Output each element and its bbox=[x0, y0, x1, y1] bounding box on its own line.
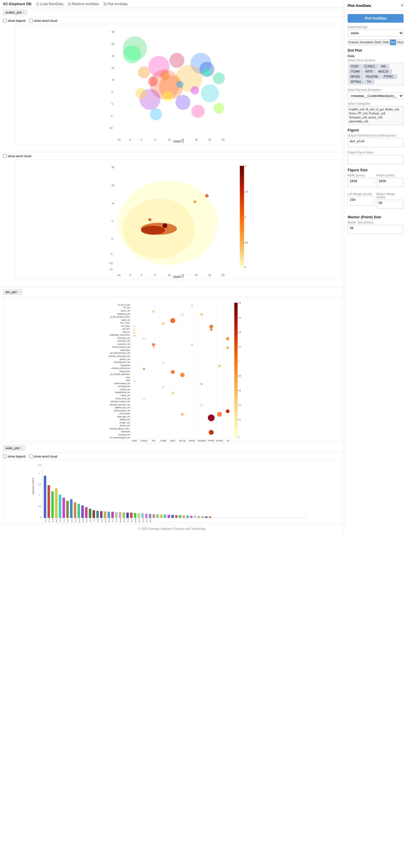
show-word-cloud-checkbox2[interactable] bbox=[3, 154, 7, 158]
plot-anndata-button[interactable]: Plot AnnData bbox=[348, 14, 404, 23]
show-legend-option[interactable]: show legend bbox=[3, 19, 26, 22]
svg-point-159 bbox=[180, 373, 184, 377]
svg-text:M_cell_of_gut: M_cell_of_gut bbox=[45, 518, 46, 523]
output-figure-name-input[interactable] bbox=[348, 155, 404, 164]
svg-text:hepatocyte: hepatocyte bbox=[86, 518, 88, 523]
sidebar-close-button[interactable]: × bbox=[401, 3, 404, 8]
remove-itgam[interactable]: × bbox=[360, 70, 362, 73]
dot-tab-close[interactable]: × bbox=[18, 290, 20, 294]
remove-cd3d[interactable]: × bbox=[359, 65, 360, 68]
svg-rect-196 bbox=[55, 488, 58, 518]
svg-point-66 bbox=[193, 200, 196, 203]
svg-text:1.4: 1.4 bbox=[238, 331, 241, 333]
width-label: Width (pixels) bbox=[348, 174, 375, 177]
show-legend-checkbox[interactable] bbox=[3, 19, 7, 22]
sidebar-title: Plot AnnData bbox=[348, 3, 371, 8]
svg-text:acinar_cell: acinar_cell bbox=[52, 518, 54, 523]
tab-dot[interactable]: Dot bbox=[390, 39, 396, 45]
svg-text:basal_cell: basal_cell bbox=[60, 518, 61, 523]
violin-plot-tab[interactable]: violin_plot × bbox=[3, 445, 25, 451]
violin-show-word-cloud-option[interactable]: show word cloud bbox=[29, 454, 57, 458]
svg-text:cd4_naive: cd4_naive bbox=[121, 325, 130, 327]
violin-tab-close[interactable]: × bbox=[21, 446, 22, 450]
gene-tag-ins: INS× bbox=[379, 64, 389, 68]
left-margin-label: Left Margin (pixels) bbox=[348, 192, 375, 196]
violin-show-word-cloud-checkbox[interactable] bbox=[29, 454, 33, 458]
svg-rect-235 bbox=[201, 516, 204, 518]
svg-rect-223 bbox=[156, 514, 159, 518]
violin-show-legend-option[interactable]: show legend bbox=[3, 454, 26, 458]
svg-text:1: 1 bbox=[245, 216, 246, 219]
remove-muc16[interactable]: × bbox=[389, 70, 390, 73]
figure-section-label: Figure bbox=[348, 128, 404, 132]
remove-nphs2[interactable]: × bbox=[361, 75, 362, 78]
tab-violin[interactable]: Violin bbox=[382, 39, 390, 45]
show-word-cloud-option[interactable]: show word cloud bbox=[29, 19, 57, 22]
svg-point-152 bbox=[162, 322, 164, 325]
svg-point-141 bbox=[133, 325, 136, 328]
svg-rect-200 bbox=[70, 499, 72, 518]
tab-both[interactable]: Both bbox=[374, 39, 382, 45]
svg-text:cd14_mono: cd14_mono bbox=[63, 518, 65, 523]
remove-ins[interactable]: × bbox=[386, 65, 388, 68]
violin-show-legend-checkbox[interactable] bbox=[3, 454, 7, 458]
scatter-tab-close[interactable]: × bbox=[23, 11, 25, 14]
left-margin-input[interactable]: 150 bbox=[348, 196, 375, 206]
gene-tags-container[interactable]: CD3D× CLDN11× INS× ITGAM× KRT5× MUC16× N… bbox=[348, 63, 404, 86]
svg-text:TH: TH bbox=[226, 440, 229, 441]
barcode-annotation-dropdown[interactable]: metadata__CuratedAtlasQuery__cell_type_h… bbox=[348, 92, 404, 99]
svg-point-39 bbox=[191, 86, 199, 94]
remove-cldn11[interactable]: × bbox=[376, 65, 377, 68]
svg-point-142 bbox=[133, 329, 135, 331]
svg-point-150 bbox=[152, 343, 155, 346]
select-anndata-dropdown[interactable]: adata bbox=[348, 30, 404, 36]
gene-tag-cd3d: CD3D× bbox=[349, 64, 362, 68]
remove-sftpa1[interactable]: × bbox=[362, 81, 363, 84]
svg-point-42 bbox=[163, 91, 174, 102]
remove-ptprc[interactable]: × bbox=[394, 75, 395, 78]
svg-text:radial_glial_cell: radial_glial_cell bbox=[117, 416, 130, 418]
categories-label: Select Categories bbox=[348, 102, 404, 105]
bottom-margin-group: Bottom Margin (pixels) 50 bbox=[377, 192, 404, 210]
violin-options: show legend show word cloud bbox=[3, 454, 341, 458]
remove-th[interactable]: × bbox=[371, 81, 373, 84]
height-label: Height (pixels) bbox=[377, 174, 404, 177]
show-word-cloud-checkbox[interactable] bbox=[29, 19, 33, 22]
svg-point-146 bbox=[143, 338, 145, 340]
svg-text:-10: -10 bbox=[117, 274, 121, 277]
nav-step-2: 2) Retrieve AnnData bbox=[68, 2, 99, 6]
remove-krt5[interactable]: × bbox=[373, 70, 375, 73]
categories-box[interactable]: Kupffer_cell, M_cell_of_gut, Muller_cell… bbox=[348, 106, 404, 125]
svg-text:cd4_th17: cd4_th17 bbox=[122, 328, 130, 330]
output-panel-name-input[interactable]: dot_plot bbox=[348, 138, 404, 147]
scatter-options: show legend show word cloud bbox=[3, 19, 341, 22]
show-word-cloud-option2[interactable]: show word cloud bbox=[3, 154, 31, 158]
svg-point-65 bbox=[205, 194, 209, 198]
width-input[interactable]: 1050 bbox=[348, 178, 375, 187]
svg-point-31 bbox=[213, 72, 225, 84]
svg-rect-210 bbox=[107, 512, 110, 518]
remove-pdgfrb[interactable]: × bbox=[378, 75, 380, 78]
svg-text:INS: INS bbox=[152, 440, 155, 441]
svg-point-168 bbox=[208, 414, 215, 421]
svg-text:PDGFRB: PDGFRB bbox=[198, 440, 206, 441]
tab-cloud[interactable]: Cloud bbox=[396, 39, 404, 45]
svg-rect-218 bbox=[138, 513, 140, 518]
tab-annotation[interactable]: Annotation bbox=[359, 39, 374, 45]
svg-point-67 bbox=[149, 218, 151, 221]
scatter-plot-tab[interactable]: scatter_plot × bbox=[3, 10, 27, 15]
bottom-margin-input[interactable]: 50 bbox=[377, 199, 404, 209]
svg-text:-5: -5 bbox=[111, 253, 113, 255]
tab-feature[interactable]: Feature bbox=[348, 39, 359, 45]
height-input[interactable]: 1050 bbox=[377, 178, 404, 187]
barcode-annotation-group: Select Barcode Annotation metadata__Cura… bbox=[348, 88, 404, 99]
violin-canvas: 0 0.5 1 1.5 2 2.5 Expression of KRT5 bbox=[3, 460, 341, 523]
svg-text:eye_photoreceptor_cell: eye_photoreceptor_cell bbox=[110, 352, 130, 354]
gene-tag-th: TH× bbox=[366, 80, 374, 84]
svg-text:CD3D: CD3D bbox=[132, 440, 137, 441]
dot-plot-tab[interactable]: dot_plot × bbox=[3, 289, 22, 294]
marker-size-input[interactable]: 30 bbox=[348, 225, 404, 234]
svg-rect-215 bbox=[126, 513, 129, 518]
svg-text:granule_cell: granule_cell bbox=[82, 518, 84, 523]
svg-text:neural_crest_cell: neural_crest_cell bbox=[115, 398, 130, 400]
